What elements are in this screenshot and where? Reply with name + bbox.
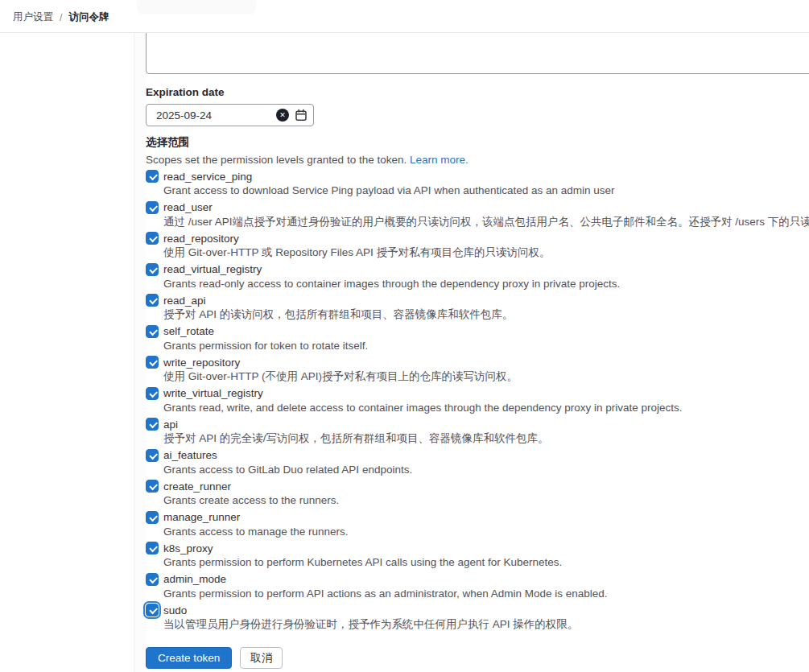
calendar-icon[interactable] [295, 109, 308, 122]
scope-name-label[interactable]: read_service_ping [163, 171, 252, 183]
scope-checkbox[interactable] [146, 325, 159, 338]
scope-checkbox[interactable] [146, 170, 159, 183]
scope-row: k8s_proxy Grants permission to perform K… [146, 541, 809, 570]
scope-row: write_repository 使用 Git-over-HTTP (不使用 A… [146, 355, 809, 384]
clear-date-icon[interactable]: ✕ [276, 109, 289, 122]
expiration-date-field[interactable]: ✕ [146, 104, 314, 126]
scope-row: manage_runner Grants access to manage th… [146, 510, 809, 539]
scope-row-header: ai_features [146, 448, 809, 463]
scope-row-header: create_runner [146, 479, 809, 493]
scope-row-header: read_repository [146, 231, 809, 245]
scope-row: read_repository 使用 Git-over-HTTP 或 Repos… [146, 231, 809, 260]
scope-name-label[interactable]: self_rotate [163, 325, 214, 337]
cancel-button[interactable]: 取消 [240, 647, 283, 669]
scope-checkbox[interactable] [146, 356, 159, 369]
scope-row-header: read_api [146, 293, 809, 307]
scope-checkbox[interactable] [146, 201, 159, 214]
scope-checkbox[interactable] [146, 418, 159, 431]
breadcrumb-current-access-tokens: 访问令牌 [68, 10, 109, 24]
scope-description: Grants create access to the runners. [163, 493, 809, 508]
scope-row: read_user 通过 /user API端点授予对通过身份验证的用户概要的只… [146, 200, 809, 229]
breadcrumb: 用户设置 / 访问令牌 [13, 10, 109, 24]
content-left-gutter [134, 33, 146, 672]
scope-name-label[interactable]: write_repository [163, 357, 240, 369]
scope-row: sudo 当以管理员用户身份进行身份验证时，授予作为系统中任何用户执行 API … [146, 603, 809, 632]
scope-description: 授予对 API 的完全读/写访问权，包括所有群组和项目、容器镜像库和软件包库。 [163, 431, 809, 446]
breadcrumb-separator: / [60, 12, 62, 23]
scope-row: read_virtual_registry Grants read-only a… [146, 262, 809, 291]
scope-checkbox[interactable] [146, 232, 159, 245]
scope-description: 使用 Git-over-HTTP (不使用 API)授予对私有项目上的仓库的读写… [163, 369, 809, 384]
scope-row: ai_features Grants access to GitLab Duo … [146, 448, 809, 477]
scopes-intro-label: Scopes set the permission levels granted… [146, 154, 410, 166]
scope-checkbox[interactable] [146, 449, 159, 462]
scope-row: api 授予对 API 的完全读/写访问权，包括所有群组和项目、容器镜像库和软件… [146, 417, 809, 446]
scope-description: 当以管理员用户身份进行身份验证时，授予作为系统中任何用户执行 API 操作的权限… [163, 617, 809, 632]
scope-name-label[interactable]: write_virtual_registry [163, 387, 263, 399]
scope-name-label[interactable]: api [163, 418, 178, 431]
scope-checkbox[interactable] [146, 387, 159, 400]
scope-row-header: read_user [146, 200, 809, 215]
scope-row-header: read_virtual_registry [146, 262, 809, 277]
scopes-list: read_service_ping Grant access to downlo… [146, 169, 809, 634]
scope-checkbox[interactable] [146, 511, 159, 524]
scope-description: Grants access to manage the runners. [163, 525, 809, 539]
scope-checkbox[interactable] [146, 263, 159, 276]
scope-description: Grant access to download Service Ping pa… [163, 183, 809, 198]
scope-row: self_rotate Grants permission for token … [146, 324, 809, 353]
scope-row-header: read_service_ping [146, 169, 809, 183]
scope-row-header: manage_runner [146, 510, 809, 525]
scope-name-label[interactable]: sudo [163, 604, 187, 616]
expiration-date-label: Expiration date [146, 86, 225, 98]
breadcrumb-bar: 用户设置 / 访问令牌 [0, 0, 809, 33]
scope-row: read_service_ping Grant access to downlo… [146, 169, 809, 198]
scope-row-header: sudo [146, 603, 809, 617]
scope-row-header: api [146, 417, 809, 431]
scope-description: 授予对 API 的读访问权，包括所有群组和项目、容器镜像库和软件包库。 [163, 307, 809, 322]
scope-name-label[interactable]: ai_features [163, 449, 217, 461]
scope-description: Grants permission to perform API actions… [163, 587, 809, 601]
scope-row-header: write_repository [146, 355, 809, 369]
scope-name-label[interactable]: create_runner [163, 480, 231, 493]
scopes-section-heading: 选择范围 [146, 135, 189, 150]
scope-name-label[interactable]: read_virtual_registry [163, 263, 262, 275]
scope-row-header: k8s_proxy [146, 541, 809, 555]
cropped-element-remnant [137, 0, 256, 14]
scope-checkbox[interactable] [146, 573, 159, 586]
scope-description: Grants read, write, and delete access to… [163, 401, 809, 415]
scope-name-label[interactable]: read_user [163, 201, 213, 213]
scope-description: Grants permission to perform Kubernetes … [163, 555, 809, 570]
scope-checkbox[interactable] [146, 480, 159, 493]
scope-name-label[interactable]: read_repository [163, 233, 239, 245]
scope-description: 使用 Git-over-HTTP 或 Repository Files API … [163, 245, 809, 260]
scope-row-header: write_virtual_registry [146, 386, 809, 401]
scope-row: write_virtual_registry Grants read, writ… [146, 386, 809, 415]
scope-row-header: self_rotate [146, 324, 809, 339]
learn-more-link[interactable]: Learn more. [410, 154, 468, 166]
scope-name-label[interactable]: admin_mode [163, 573, 226, 585]
scope-description: 通过 /user API端点授予对通过身份验证的用户概要的只读访问权，该端点包括… [163, 215, 809, 229]
scope-name-label[interactable]: k8s_proxy [163, 542, 213, 555]
expiration-date-input[interactable] [147, 109, 276, 122]
breadcrumb-link-user-settings[interactable]: 用户设置 [13, 10, 53, 24]
scope-checkbox[interactable] [146, 542, 159, 555]
scope-row: read_api 授予对 API 的读访问权，包括所有群组和项目、容器镜像库和软… [146, 293, 809, 322]
scope-description: Grants access to GitLab Duo related API … [163, 463, 809, 477]
create-token-button[interactable]: Create token [146, 647, 232, 669]
scope-name-label[interactable]: manage_runner [163, 511, 240, 523]
scope-description: Grants read-only access to container ima… [163, 277, 809, 291]
scope-checkbox[interactable] [146, 294, 159, 307]
scopes-intro-text: Scopes set the permission levels granted… [146, 154, 468, 166]
scope-checkbox[interactable] [146, 604, 159, 616]
scope-row: create_runner Grants create access to th… [146, 479, 809, 508]
scope-row: admin_mode Grants permission to perform … [146, 572, 809, 601]
scope-row-header: admin_mode [146, 572, 809, 587]
scope-name-label[interactable]: read_api [163, 295, 206, 307]
scope-description: Grants permission for token to rotate it… [163, 339, 809, 353]
form-actions: Create token 取消 [146, 647, 283, 669]
